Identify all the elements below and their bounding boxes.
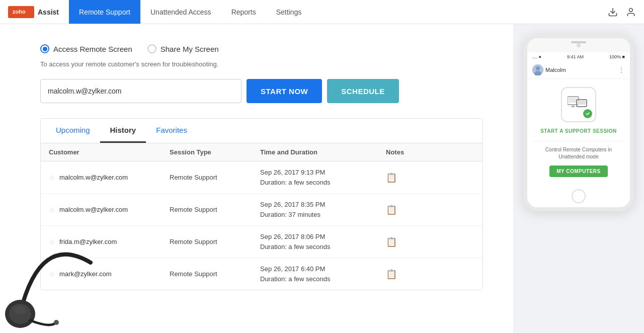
cell-customer-2: ☆ malcolm.w@zylker.com xyxy=(49,206,170,214)
radio-label-access: Access Remote Screen xyxy=(53,45,132,53)
note-icon-3[interactable]: 📋 xyxy=(386,237,397,247)
status-left: .... ● xyxy=(532,54,541,59)
action-row: START NOW SCHEDULE xyxy=(40,79,483,103)
duration-value-4: Duration: a few seconds xyxy=(260,274,386,284)
cell-time-4: Sep 26, 2017 6:40 PM Duration: a few sec… xyxy=(260,264,386,284)
svg-text:zoho: zoho xyxy=(13,9,26,15)
phone-area: .... ● 9:41 AM 100% ■ Malcolm ⋮ xyxy=(513,24,644,333)
star-icon-2[interactable]: ☆ xyxy=(49,206,55,214)
col-session-type: Session Type xyxy=(170,148,260,156)
schedule-button[interactable]: SCHEDULE xyxy=(327,79,399,103)
cell-session-2: Remote Support xyxy=(170,206,260,213)
cell-customer-1: ☆ malcolm.w@zylker.com xyxy=(49,174,170,182)
nav-tabs: Remote Support Unattended Access Reports… xyxy=(69,0,311,24)
radio-circle-access xyxy=(40,44,49,53)
star-icon-1[interactable]: ☆ xyxy=(49,174,55,182)
email-4: mark@zylker.com xyxy=(59,270,112,278)
time-value-4: Sep 26, 2017 6:40 PM xyxy=(260,264,386,274)
logo: zoho Assist xyxy=(8,6,59,18)
my-computers-button[interactable]: MY COMPUTERS xyxy=(549,165,608,177)
note-icon-4[interactable]: 📋 xyxy=(386,269,397,279)
cell-notes-2: 📋 xyxy=(386,204,426,215)
cell-session-3: Remote Support xyxy=(170,238,260,245)
session-label: START A SUPPORT SESSION xyxy=(540,128,617,134)
divider xyxy=(532,141,625,141)
cell-notes-4: 📋 xyxy=(386,269,426,280)
nav-tab-reports[interactable]: Reports xyxy=(221,0,266,24)
email-1: malcolm.w@zylker.com xyxy=(59,174,128,181)
phone-mockup: .... ● 9:41 AM 100% ■ Malcolm ⋮ xyxy=(523,34,634,211)
cell-customer-3: ☆ frida.m@zylker.com xyxy=(49,238,170,246)
cell-session-4: Remote Support xyxy=(170,270,260,278)
tab-upcoming[interactable]: Upcoming xyxy=(46,119,100,143)
tab-favorites[interactable]: Favorites xyxy=(146,119,197,143)
table-row: ☆ mark@zylker.com Remote Support Sep 26,… xyxy=(41,258,482,290)
cell-time-1: Sep 26, 2017 9:13 PM Duration: a few sec… xyxy=(260,168,386,187)
phone-body: START A SUPPORT SESSION Control Remote C… xyxy=(527,79,630,185)
table-row: ☆ frida.m@zylker.com Remote Support Sep … xyxy=(41,226,482,258)
account-icon[interactable] xyxy=(626,7,636,17)
radio-access-remote[interactable]: Access Remote Screen xyxy=(40,44,132,53)
cell-time-2: Sep 26, 2017 8:35 PM Duration: 37 minute… xyxy=(260,200,386,219)
table-row: ☆ malcolm.w@zylker.com Remote Support Se… xyxy=(41,161,482,194)
navbar: zoho Assist Remote Support Unattended Ac… xyxy=(0,0,644,24)
tab-history[interactable]: History xyxy=(100,119,146,143)
time-value-3: Sep 26, 2017 8:06 PM xyxy=(260,232,386,242)
col-time: Time and Duration xyxy=(260,148,386,156)
note-icon-1[interactable]: 📋 xyxy=(386,173,397,183)
duration-value-1: Duration: a few seconds xyxy=(260,178,386,188)
download-icon[interactable] xyxy=(608,7,618,17)
avatar xyxy=(532,64,543,75)
phone-camera xyxy=(577,43,581,47)
phone-top-bar xyxy=(527,38,630,52)
history-tabs: Upcoming History Favorites xyxy=(41,119,482,143)
main-content: Access Remote Screen Share My Screen To … xyxy=(0,24,644,333)
status-time: 9:41 AM xyxy=(567,54,584,59)
cell-notes-3: 📋 xyxy=(386,236,426,247)
subtitle: To access your remote customer's screen … xyxy=(40,60,483,68)
cell-time-3: Sep 26, 2017 8:06 PM Duration: a few sec… xyxy=(260,232,386,252)
phone-username: Malcolm xyxy=(545,67,566,73)
star-icon-4[interactable]: ☆ xyxy=(49,270,55,278)
history-container: Upcoming History Favorites Customer Sess… xyxy=(40,118,483,290)
control-text: Control Remote Computers in Unattended m… xyxy=(532,146,625,160)
status-right: 100% ■ xyxy=(609,54,625,59)
phone-header: Malcolm ⋮ xyxy=(527,61,630,79)
table-header: Customer Session Type Time and Duration … xyxy=(41,143,482,161)
phone-home-button[interactable] xyxy=(572,189,586,203)
nav-icons xyxy=(608,7,636,17)
time-value-2: Sep 26, 2017 8:35 PM xyxy=(260,200,386,210)
cell-customer-4: ☆ mark@zylker.com xyxy=(49,270,170,278)
svg-point-5 xyxy=(536,66,540,70)
svg-rect-10 xyxy=(571,106,575,107)
time-value-1: Sep 26, 2017 9:13 PM xyxy=(260,168,386,178)
radio-circle-share xyxy=(147,44,156,53)
cell-session-1: Remote Support xyxy=(170,174,260,181)
green-checkmark-icon xyxy=(583,109,592,118)
duration-value-3: Duration: a few seconds xyxy=(260,242,386,252)
phone-menu-dots[interactable]: ⋮ xyxy=(618,66,625,74)
duration-value-2: Duration: 37 minutes xyxy=(260,210,386,220)
nav-tab-remote-support[interactable]: Remote Support xyxy=(69,0,140,24)
email-input[interactable] xyxy=(40,79,242,103)
left-panel: Access Remote Screen Share My Screen To … xyxy=(0,24,513,333)
nav-tab-settings[interactable]: Settings xyxy=(266,0,312,24)
start-now-button[interactable]: START NOW xyxy=(247,79,322,103)
radio-share-screen[interactable]: Share My Screen xyxy=(147,44,219,53)
app-name: Assist xyxy=(38,8,59,16)
svg-rect-12 xyxy=(578,101,586,105)
col-notes: Notes xyxy=(386,148,426,156)
nav-tab-unattended-access[interactable]: Unattended Access xyxy=(140,0,221,24)
cell-notes-1: 📋 xyxy=(386,172,426,183)
table-row: ☆ malcolm.w@zylker.com Remote Support Se… xyxy=(41,194,482,226)
star-icon-3[interactable]: ☆ xyxy=(49,238,55,246)
logo-box: zoho xyxy=(8,6,34,18)
col-customer: Customer xyxy=(49,148,170,156)
email-3: frida.m@zylker.com xyxy=(59,238,117,245)
note-icon-2[interactable]: 📋 xyxy=(386,205,397,215)
radio-group: Access Remote Screen Share My Screen xyxy=(40,44,483,53)
phone-status-bar: .... ● 9:41 AM 100% ■ xyxy=(527,52,630,61)
radio-label-share: Share My Screen xyxy=(160,45,219,53)
svg-point-3 xyxy=(629,8,633,12)
email-2: malcolm.w@zylker.com xyxy=(59,206,128,213)
